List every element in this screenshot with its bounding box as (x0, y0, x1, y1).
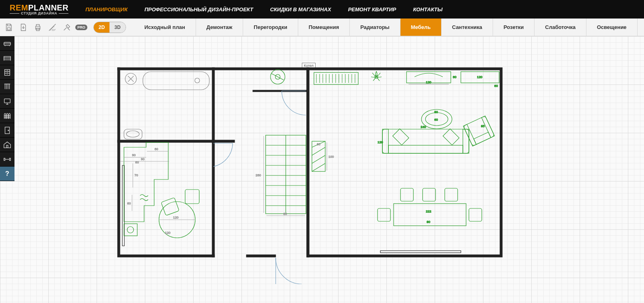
view-3d[interactable]: 3D (109, 22, 125, 33)
toolbar: m² PRO 2D 3D Исходный план Демонтаж Пере… (0, 19, 644, 36)
plan-tabs: Исходный план Демонтаж Перегородки Помещ… (134, 19, 644, 36)
svg-text:90: 90 (132, 153, 136, 157)
svg-text:60: 60 (127, 202, 131, 205)
monitor-icon[interactable] (0, 94, 14, 109)
svg-point-15 (127, 227, 134, 233)
tools-icon[interactable] (62, 23, 72, 32)
svg-rect-101 (469, 208, 482, 221)
logo-rem: REM (10, 3, 28, 12)
svg-rect-85 (463, 129, 469, 153)
nav-item-planner[interactable]: ПЛАНИРОВЩИК (85, 6, 128, 12)
print-icon[interactable] (33, 23, 43, 32)
svg-rect-84 (382, 129, 388, 153)
svg-text:m²: m² (52, 28, 56, 32)
toolbar-tools: m² PRO 2D 3D (0, 19, 134, 36)
svg-text:100: 100 (328, 155, 334, 159)
nav-item-discounts[interactable]: СКИДКИ В МАГАЗИНАХ (270, 6, 331, 12)
svg-text:70: 70 (134, 173, 138, 177)
view-toggle: 2D 3D (93, 22, 126, 33)
tab-plumbing[interactable]: Сантехника (442, 19, 493, 36)
svg-rect-91 (463, 116, 495, 146)
export-icon[interactable] (19, 23, 28, 32)
svg-text:120: 120 (477, 75, 483, 79)
svg-line-48 (312, 155, 325, 163)
svg-line-49 (312, 163, 325, 171)
svg-rect-14 (124, 224, 137, 236)
tab-lowvoltage[interactable]: Слаботочка (535, 19, 586, 36)
side-palette: ? (0, 36, 14, 181)
svg-rect-18 (161, 198, 179, 216)
save-icon[interactable] (4, 23, 14, 32)
svg-text:260: 260 (256, 173, 261, 177)
tab-partitions[interactable]: Перегородки (243, 19, 298, 36)
nav-item-renovation[interactable]: РЕМОНТ КВАРТИР (348, 6, 396, 12)
svg-rect-107 (4, 99, 10, 103)
svg-text:90: 90 (141, 157, 144, 161)
tab-demolition[interactable]: Демонтаж (196, 19, 244, 36)
svg-rect-5 (380, 251, 461, 253)
svg-rect-10 (143, 72, 209, 90)
floorplan-svg: 90 60 90 70 60 120 120 60 (117, 67, 503, 284)
svg-point-13 (126, 131, 139, 137)
top-nav: REMPLANNER СТУДИЯ ДИЗАЙНА ПЛАНИРОВЩИК ПР… (0, 0, 644, 19)
area-icon[interactable]: m² (47, 23, 57, 32)
tab-sockets[interactable]: Розетки (493, 19, 535, 36)
svg-rect-100 (378, 208, 390, 221)
pro-icon[interactable]: PRO (76, 23, 86, 32)
svg-rect-0 (7, 27, 10, 30)
svg-rect-97 (400, 188, 413, 201)
svg-text:60: 60 (494, 84, 498, 88)
svg-text:80: 80 (427, 220, 430, 224)
svg-text:60: 60 (317, 142, 320, 146)
svg-rect-88 (443, 129, 459, 145)
bed-icon[interactable] (0, 51, 14, 65)
nav-item-contacts[interactable]: КОНТАКТЫ (413, 6, 442, 12)
svg-text:80: 80 (434, 110, 438, 114)
sofa-icon[interactable] (0, 36, 14, 51)
house-icon[interactable] (0, 138, 14, 152)
svg-line-47 (312, 147, 325, 155)
svg-rect-17 (185, 190, 199, 204)
tab-source[interactable]: Исходный план (134, 19, 196, 36)
svg-text:120: 120 (426, 80, 431, 84)
svg-rect-92 (463, 124, 476, 146)
svg-text:60: 60 (434, 118, 438, 122)
fence-icon[interactable] (0, 109, 14, 123)
svg-text:120: 120 (378, 140, 383, 144)
svg-text:120: 120 (173, 216, 179, 219)
svg-text:60: 60 (135, 161, 139, 164)
floorplan[interactable]: Котел (117, 67, 503, 260)
nav-item-design[interactable]: ПРОФЕССИОНАЛЬНЫЙ ДИЗАЙН-ПРОЕКТ (144, 6, 253, 12)
curtain-icon[interactable] (0, 80, 14, 94)
svg-text:80: 80 (283, 212, 287, 216)
svg-rect-110 (6, 145, 8, 147)
help-button[interactable]: ? (0, 167, 14, 181)
view-2d[interactable]: 2D (94, 22, 109, 33)
svg-text:222: 222 (426, 210, 431, 213)
tab-lighting[interactable]: Освещение (586, 19, 638, 36)
drawers-icon[interactable] (0, 65, 14, 80)
svg-text:120: 120 (165, 231, 171, 235)
svg-text:60: 60 (453, 75, 456, 79)
svg-rect-99 (445, 188, 458, 201)
svg-rect-86 (388, 145, 463, 153)
logo-planner: PLANNER (28, 3, 68, 12)
svg-point-11 (195, 78, 200, 83)
canvas[interactable]: Котел (0, 36, 644, 303)
svg-rect-112 (10, 158, 11, 161)
svg-text:60: 60 (155, 147, 158, 151)
svg-point-109 (8, 130, 9, 131)
svg-rect-111 (4, 158, 5, 161)
dumbbell-icon[interactable] (0, 152, 14, 167)
tab-furniture[interactable]: Мебель (400, 19, 442, 36)
door-icon[interactable] (0, 123, 14, 138)
tab-radiators[interactable]: Радиаторы (350, 19, 400, 36)
logo[interactable]: REMPLANNER СТУДИЯ ДИЗАЙНА (10, 4, 68, 15)
svg-rect-94 (474, 132, 491, 144)
tab-switches[interactable]: Выключатели (638, 19, 644, 36)
svg-text:240: 240 (421, 125, 426, 129)
svg-rect-98 (423, 188, 436, 201)
tab-rooms[interactable]: Помещения (298, 19, 350, 36)
logo-tagline: СТУДИЯ ДИЗАЙНА (10, 12, 68, 15)
svg-rect-87 (392, 129, 409, 145)
